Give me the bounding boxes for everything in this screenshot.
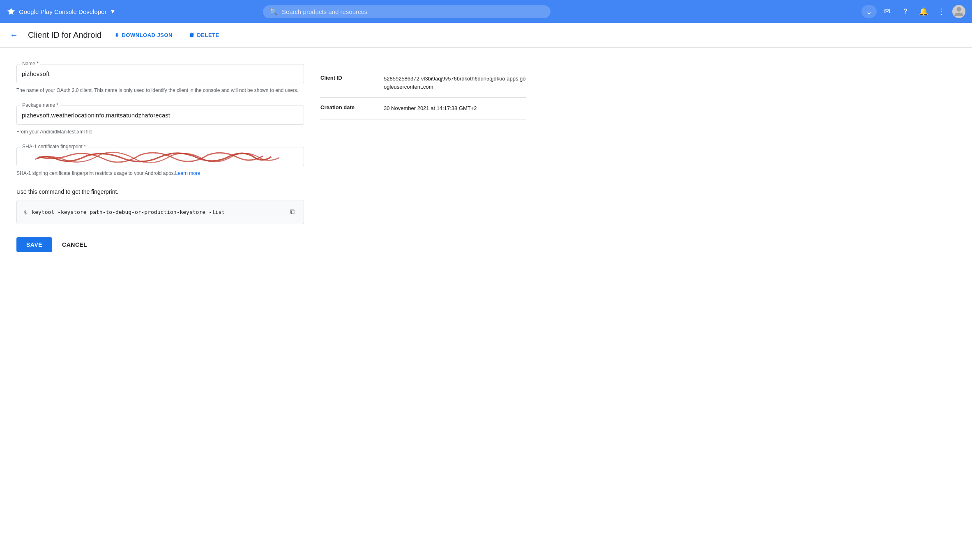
- nav-right-actions: ⌄ ✉ ? 🔔 ⋮: [861, 4, 965, 19]
- command-prompt: $: [23, 209, 27, 216]
- name-input[interactable]: [16, 64, 304, 83]
- name-field-label: Name *: [21, 61, 40, 67]
- package-name-field-group: Package name * From your AndroidManifest…: [16, 106, 304, 135]
- download-icon: ⬇: [115, 32, 120, 38]
- download-json-label: DOWNLOAD JSON: [122, 32, 173, 38]
- search-bar[interactable]: 🔍: [263, 5, 550, 18]
- chevron-down-icon: ▼: [110, 8, 115, 15]
- delete-label: DELETE: [197, 32, 219, 38]
- sha-input-wrapper: [16, 147, 304, 166]
- sha-label: SHA-1 certificate fingerprint *: [21, 144, 88, 149]
- mail-icon-btn[interactable]: ✉: [880, 4, 895, 19]
- play-console-icon: [7, 7, 16, 16]
- app-title: Google Play Console Developer: [19, 8, 106, 15]
- package-name-input[interactable]: [16, 106, 304, 125]
- main-content: Name * The name of your OAuth 2.0 client…: [0, 48, 972, 269]
- top-navigation: Google Play Console Developer ▼ 🔍 ⌄ ✉ ? …: [0, 0, 972, 23]
- app-logo[interactable]: Google Play Console Developer ▼: [7, 7, 115, 16]
- command-section: Use this command to get the fingerprint.…: [16, 188, 304, 224]
- more-vert-icon-btn[interactable]: ⋮: [934, 4, 949, 19]
- command-box: $ keytool -keystore path-to-debug-or-pro…: [16, 200, 304, 224]
- download-json-button[interactable]: ⬇ DOWNLOAD JSON: [111, 30, 176, 41]
- sha-help-prefix: SHA-1 signing certificate fingerprint re…: [16, 170, 175, 176]
- avatar-icon: [952, 5, 965, 18]
- help-icon: ?: [903, 8, 908, 15]
- client-id-row: Client ID 528592586372-vl3bi9aqj9v576brd…: [320, 68, 526, 98]
- delete-button[interactable]: 🗑 DELETE: [186, 30, 223, 41]
- package-help-text: From your AndroidManifest.xml file.: [16, 128, 304, 135]
- delete-icon: 🗑: [189, 32, 195, 38]
- sub-header: ← Client ID for Android ⬇ DOWNLOAD JSON …: [0, 23, 972, 48]
- help-icon-btn[interactable]: ?: [898, 4, 913, 19]
- sha-input[interactable]: [16, 147, 304, 166]
- nav-dropdown-btn[interactable]: ⌄: [861, 5, 877, 18]
- mail-icon: ✉: [884, 7, 890, 16]
- form-buttons: SAVE CANCEL: [16, 237, 304, 252]
- package-name-label: Package name *: [21, 102, 60, 108]
- cancel-button[interactable]: CANCEL: [59, 237, 90, 252]
- left-panel: Name * The name of your OAuth 2.0 client…: [16, 64, 304, 252]
- copy-command-button[interactable]: ⧉: [288, 206, 297, 218]
- creation-date-row: Creation date 30 November 2021 at 14:17:…: [320, 98, 526, 119]
- sha-field-group: SHA-1 certificate fingerprint * SHA-1 si…: [16, 147, 304, 177]
- notifications-icon-btn[interactable]: 🔔: [916, 4, 931, 19]
- save-button[interactable]: SAVE: [16, 237, 52, 252]
- creation-date-label: Creation date: [320, 104, 374, 112]
- sha-help-text: SHA-1 signing certificate fingerprint re…: [16, 170, 304, 177]
- search-icon: 🔍: [269, 8, 278, 16]
- client-info-table: Client ID 528592586372-vl3bi9aqj9v576brd…: [320, 68, 526, 119]
- client-id-value: 528592586372-vl3bi9aqj9v576brdkoth6ddn5q…: [384, 75, 526, 91]
- bell-icon: 🔔: [919, 7, 928, 16]
- command-text: keytool -keystore path-to-debug-or-produ…: [32, 209, 283, 215]
- client-id-label: Client ID: [320, 75, 374, 91]
- user-avatar[interactable]: [952, 5, 965, 18]
- sha-learn-more-link[interactable]: Learn more: [175, 170, 200, 176]
- command-title: Use this command to get the fingerprint.: [16, 188, 304, 195]
- back-button[interactable]: ←: [10, 30, 18, 40]
- search-input[interactable]: [282, 8, 544, 15]
- more-vert-icon: ⋮: [938, 7, 945, 16]
- name-field-group: Name * The name of your OAuth 2.0 client…: [16, 64, 304, 94]
- copy-icon: ⧉: [290, 208, 295, 216]
- right-panel: Client ID 528592586372-vl3bi9aqj9v576brd…: [320, 64, 526, 252]
- name-help-text: The name of your OAuth 2.0 client. This …: [16, 87, 304, 94]
- creation-date-value: 30 November 2021 at 14:17:38 GMT+2: [384, 104, 477, 112]
- page-title: Client ID for Android: [28, 30, 101, 40]
- arrow-back-icon: ←: [10, 30, 18, 40]
